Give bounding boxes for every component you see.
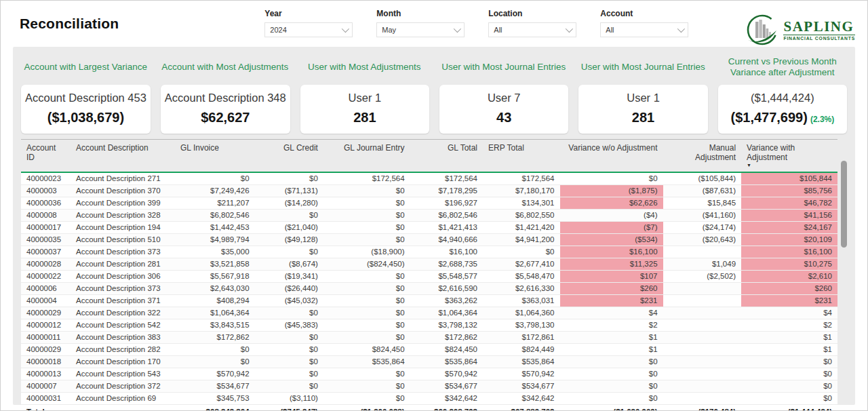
table-cell[interactable]: Account Description 271 — [71, 172, 175, 185]
table-cell[interactable]: 4000006 — [21, 283, 71, 295]
table-row[interactable]: 40000013Account Description 543$570,942$… — [21, 368, 837, 380]
table-cell[interactable]: $0 — [323, 197, 410, 210]
table-cell[interactable]: $1,049 — [663, 258, 742, 271]
table-cell[interactable]: ($824,450) — [323, 258, 410, 271]
table-cell[interactable]: $0 — [741, 393, 837, 405]
table-cell[interactable]: $0 — [323, 210, 410, 222]
table-cell[interactable]: Account Description 322 — [71, 307, 175, 319]
table-cell[interactable]: $46,782 — [741, 197, 837, 210]
table-cell[interactable]: Account Description 170 — [71, 356, 175, 368]
table-cell[interactable]: Account Description 510 — [71, 234, 175, 246]
table-cell[interactable]: $408,294 — [175, 295, 255, 307]
table-cell[interactable]: $16,100 — [410, 246, 483, 258]
table-cell[interactable]: $211,207 — [175, 197, 255, 210]
table-cell[interactable]: $62,626 — [560, 197, 663, 210]
table-cell[interactable] — [663, 319, 742, 332]
table-cell[interactable]: $5,548,470 — [483, 271, 560, 283]
table-cell[interactable]: $363,031 — [483, 295, 560, 307]
table-cell[interactable]: $41,156 — [741, 210, 837, 222]
table-cell[interactable]: Account Description 328 — [71, 210, 175, 222]
scrollbar-thumb[interactable] — [841, 161, 847, 248]
table-cell[interactable]: $0 — [560, 172, 663, 185]
column-header[interactable]: Account ID — [21, 140, 71, 173]
table-cell[interactable]: $172,862 — [175, 332, 255, 344]
table-cell[interactable] — [663, 332, 742, 344]
account-dropdown[interactable]: All — [600, 22, 688, 37]
table-cell[interactable]: $0 — [323, 307, 410, 319]
column-header[interactable]: Account Description — [71, 140, 175, 173]
table-row[interactable]: 40000018Account Description 170$0$0$535,… — [21, 356, 837, 368]
table-cell[interactable]: ($45,383) — [255, 319, 323, 332]
table-cell[interactable]: $0 — [560, 380, 663, 393]
table-cell[interactable]: $105,844 — [741, 172, 837, 185]
table-cell[interactable]: $1 — [741, 344, 837, 356]
table-cell[interactable]: $0 — [255, 344, 323, 356]
table-cell[interactable]: $107 — [560, 271, 663, 283]
table-cell[interactable]: ($105,844) — [663, 172, 742, 185]
table-cell[interactable]: 40000013 — [21, 368, 71, 380]
table-cell[interactable]: $196,927 — [410, 197, 483, 210]
table-cell[interactable]: $824,450 — [410, 344, 483, 356]
table-cell[interactable]: ($7) — [560, 222, 663, 234]
table-cell[interactable]: Account Description 373 — [71, 283, 175, 295]
table-cell[interactable]: $363,262 — [410, 295, 483, 307]
table-cell[interactable]: 40000036 — [21, 197, 71, 210]
table-cell[interactable]: ($19,341) — [255, 271, 323, 283]
table-cell[interactable] — [663, 393, 742, 405]
table-cell[interactable]: $0 — [323, 332, 410, 344]
table-cell[interactable]: $3,798,132 — [410, 319, 483, 332]
table-cell[interactable]: ($14,280) — [255, 197, 323, 210]
column-header[interactable]: ERP Total — [483, 140, 560, 173]
table-cell[interactable]: ($41,160) — [663, 210, 742, 222]
table-cell[interactable]: $1,421,420 — [483, 222, 560, 234]
table-cell[interactable]: 40000023 — [21, 172, 71, 185]
table-cell[interactable]: $534,677 — [483, 380, 560, 393]
table-cell[interactable]: $172,564 — [323, 172, 410, 185]
table-cell[interactable]: $6,802,546 — [175, 210, 255, 222]
table-cell[interactable]: $1,421,413 — [410, 222, 483, 234]
table-cell[interactable]: $20,109 — [741, 234, 837, 246]
table-cell[interactable]: $2,688,735 — [410, 258, 483, 271]
table-cell[interactable]: $0 — [255, 380, 323, 393]
table-cell[interactable]: Account Description 282 — [71, 344, 175, 356]
table-cell[interactable]: $3,521,858 — [175, 258, 255, 271]
table-cell[interactable]: Account Description 370 — [71, 185, 175, 197]
table-cell[interactable]: $0 — [255, 356, 323, 368]
table-row[interactable]: 40000017Account Description 194$1,442,45… — [21, 222, 837, 234]
table-cell[interactable]: $534,677 — [175, 380, 255, 393]
table-cell[interactable]: $0 — [255, 368, 323, 380]
table-cell[interactable]: 4000003 — [21, 185, 71, 197]
table-cell[interactable] — [663, 246, 742, 258]
table-cell[interactable]: $2,616,330 — [483, 283, 560, 295]
table-cell[interactable]: $535,864 — [483, 356, 560, 368]
table-row[interactable]: 4000007Account Description 372$534,677$0… — [21, 380, 837, 393]
table-row[interactable]: 40000036Account Description 399$211,207(… — [21, 197, 837, 210]
table-cell[interactable]: $570,942 — [175, 368, 255, 380]
table-cell[interactable]: $0 — [323, 271, 410, 283]
table-cell[interactable]: Account Description 69 — [71, 393, 175, 405]
table-cell[interactable]: $0 — [175, 344, 255, 356]
table-cell[interactable]: $534,677 — [410, 380, 483, 393]
table-cell[interactable]: $0 — [323, 380, 410, 393]
table-cell[interactable]: ($18,900) — [323, 246, 410, 258]
table-cell[interactable]: $4,940,666 — [410, 234, 483, 246]
table-cell[interactable]: Account Description 306 — [71, 271, 175, 283]
column-header[interactable]: Variance w/o Adjustment — [560, 140, 663, 173]
table-cell[interactable]: $11,325 — [560, 258, 663, 271]
table-cell[interactable]: 40000017 — [21, 222, 71, 234]
table-cell[interactable]: $0 — [323, 222, 410, 234]
table-row[interactable]: 40000029Account Description 282$0$0$824,… — [21, 344, 837, 356]
table-row[interactable]: 40000029Account Description 322$1,064,36… — [21, 307, 837, 319]
table-cell[interactable]: 40000037 — [21, 246, 71, 258]
table-cell[interactable]: $7,249,426 — [175, 185, 255, 197]
table-cell[interactable] — [663, 356, 742, 368]
table-cell[interactable]: 40000022 — [21, 271, 71, 283]
table-cell[interactable]: $4 — [560, 307, 663, 319]
table-cell[interactable]: Account Description 383 — [71, 332, 175, 344]
table-cell[interactable]: $0 — [255, 246, 323, 258]
table-cell[interactable]: $2,610 — [741, 271, 837, 283]
table-cell[interactable]: $16,100 — [560, 246, 663, 258]
table-cell[interactable]: $2,643,030 — [175, 283, 255, 295]
table-cell[interactable]: $0 — [255, 210, 323, 222]
table-cell[interactable]: $824,450 — [323, 344, 410, 356]
